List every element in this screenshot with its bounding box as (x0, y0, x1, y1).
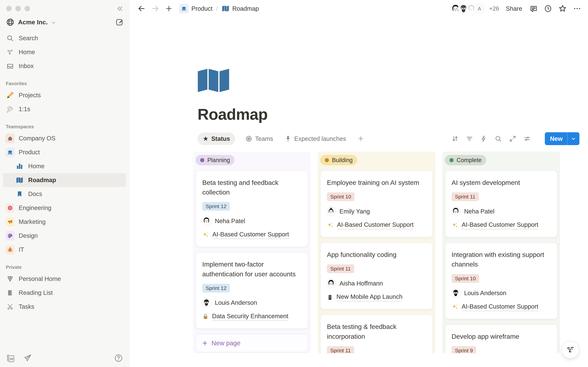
tab-status[interactable]: ★ Status (198, 133, 235, 145)
related-page-link[interactable]: AI-Based Customer Support (451, 303, 551, 311)
board-card[interactable]: AI system development Sprint 11 Neha Pat… (445, 170, 558, 237)
column-header-complete[interactable]: Complete (445, 155, 486, 165)
person-name: Louis Anderson (464, 290, 506, 297)
settings-sliders-icon[interactable] (523, 135, 531, 142)
sidebar-item-it[interactable]: IT (0, 243, 129, 257)
collaborator-overflow-count[interactable]: +26 (489, 5, 499, 12)
sidebar-item-search[interactable]: Search (0, 31, 129, 45)
sidebar-item-engineering[interactable]: Engineering (0, 201, 129, 215)
sparkles-icon (451, 222, 458, 229)
board-card[interactable]: App functionality coding Sprint 11 Aisha… (320, 242, 433, 309)
linked-page-title[interactable]: Data Security Enhancement (212, 313, 288, 321)
column-header-planning[interactable]: Planning (196, 155, 234, 165)
related-page-link[interactable]: AI-Based Customer Support (327, 221, 426, 229)
sidebar-item-reading-list[interactable]: Reading List (0, 286, 129, 300)
sidebar-item-company-os[interactable]: Company OS (0, 131, 129, 145)
tab-teams[interactable]: Teams (244, 133, 274, 145)
sidebar-collapse-icon[interactable] (115, 4, 124, 13)
sidebar-item-label: Marketing (19, 218, 46, 225)
collaborator-avatars[interactable]: A (450, 3, 485, 14)
linked-page-title[interactable]: AI-Based Customer Support (337, 221, 414, 229)
notion-ai-button[interactable] (562, 341, 579, 359)
sort-icon[interactable] (451, 135, 459, 142)
related-page-link[interactable]: AI-Based Customer Support (451, 221, 551, 229)
linked-page-title[interactable]: AI-Based Customer Support (462, 303, 538, 311)
card-title: Develop app wireframe (451, 332, 551, 341)
new-button[interactable]: New (545, 132, 579, 145)
linked-page-title[interactable]: AI-Based Customer Support (212, 231, 289, 239)
expand-icon[interactable] (509, 135, 516, 142)
sprint-tag: Sprint 9 (451, 346, 476, 353)
sprint-tag: Sprint 11 (327, 346, 354, 353)
sprint-tag: Sprint 11 (451, 192, 479, 201)
sidebar-item-1on1s[interactable]: 1:1s (0, 102, 129, 116)
window-controls[interactable] (0, 0, 129, 11)
sidebar-item-home[interactable]: Home (0, 45, 129, 59)
page-title[interactable]: Roadmap (198, 106, 588, 123)
window-zoom-button[interactable] (25, 6, 30, 11)
new-tab-plus-icon[interactable] (163, 5, 175, 12)
search-icon[interactable] (495, 135, 502, 142)
window-minimize-button[interactable] (15, 6, 21, 11)
sidebar-item-personal-home[interactable]: Personal Home (0, 272, 129, 286)
lightning-icon[interactable] (480, 135, 488, 142)
share-button[interactable]: Share (506, 5, 522, 12)
sidebar-item-label: Home (19, 49, 35, 56)
workspace-name: Acme Inc. (18, 19, 48, 26)
linked-page-title[interactable]: New Mobile App Launch (337, 293, 402, 301)
board-card[interactable]: Beta testing and feedback collection Spr… (196, 170, 308, 247)
board-column-complete: Complete AI system development Sprint 11… (442, 151, 560, 353)
add-view-icon[interactable] (357, 135, 364, 142)
breadcrumb-parent[interactable]: Product (191, 5, 213, 12)
forward-icon[interactable] (149, 5, 161, 13)
back-icon[interactable] (135, 5, 148, 13)
sprint-tag: Sprint 12 (202, 284, 230, 292)
column-name: Planning (207, 157, 230, 163)
related-page-link[interactable]: AI-Based Customer Support (202, 231, 302, 239)
column-header-building[interactable]: Building (320, 155, 357, 165)
history-clock-icon[interactable] (544, 4, 552, 13)
sidebar-item-label: IT (19, 246, 24, 253)
board-card[interactable]: Employee training on AI system Sprint 10… (320, 170, 433, 237)
sidebar-item-label: Engineering (19, 204, 52, 211)
chevron-down-icon[interactable] (568, 136, 579, 141)
window-close-button[interactable] (6, 6, 12, 11)
workspace-switcher[interactable]: Acme Inc. (6, 18, 124, 27)
new-page-button[interactable]: New page (196, 334, 308, 352)
tab-label: Expected launches (294, 135, 346, 142)
person-name: Aisha Hoffmann (339, 280, 383, 287)
new-page-compose-icon[interactable] (115, 18, 124, 26)
calendar-icon[interactable]: 28 (6, 354, 15, 363)
related-page-link[interactable]: New Mobile App Launch (327, 293, 426, 301)
sidebar-item-design[interactable]: Design (0, 229, 129, 243)
pizza-icon (6, 275, 15, 283)
sidebar-item-product-home[interactable]: Home (0, 159, 129, 173)
board-card[interactable]: Beta testing & feedback incorporation Sp… (320, 315, 433, 353)
tab-expected-launches[interactable]: Expected launches (283, 133, 347, 145)
sidebar-item-product[interactable]: Product (0, 145, 129, 159)
sidebar-item-projects[interactable]: Projects (0, 88, 129, 102)
status-dot (200, 158, 204, 162)
sidebar-item-docs[interactable]: Docs (0, 187, 129, 201)
linked-page-title[interactable]: AI-Based Customer Support (462, 221, 538, 229)
board-card[interactable]: Integration with existing support channe… (445, 242, 558, 319)
sidebar-item-inbox[interactable]: Inbox (0, 59, 129, 73)
page-icon-map[interactable] (198, 69, 588, 92)
help-icon[interactable] (114, 354, 123, 363)
map-icon (15, 176, 24, 184)
send-icon[interactable] (23, 354, 32, 363)
card-person: Aisha Hoffmann (327, 279, 426, 288)
related-page-link[interactable]: Data Security Enhancement (202, 313, 302, 321)
sidebar-item-roadmap[interactable]: Roadmap (3, 173, 126, 187)
filter-icon[interactable] (466, 135, 473, 142)
favorite-star-icon[interactable] (558, 4, 567, 13)
more-options-icon[interactable] (573, 4, 581, 13)
person-name: Neha Patel (215, 217, 245, 225)
rocket-icon (285, 135, 292, 142)
board-card[interactable]: Develop app wireframe Sprint 9 Emily Yan… (445, 324, 558, 353)
breadcrumb-current[interactable]: Roadmap (232, 5, 259, 12)
comments-icon[interactable] (529, 4, 538, 13)
board-card[interactable]: Implement two-factor authentication for … (196, 252, 308, 329)
sidebar-item-tasks[interactable]: Tasks (0, 300, 129, 314)
sidebar-item-marketing[interactable]: Marketing (0, 215, 129, 229)
